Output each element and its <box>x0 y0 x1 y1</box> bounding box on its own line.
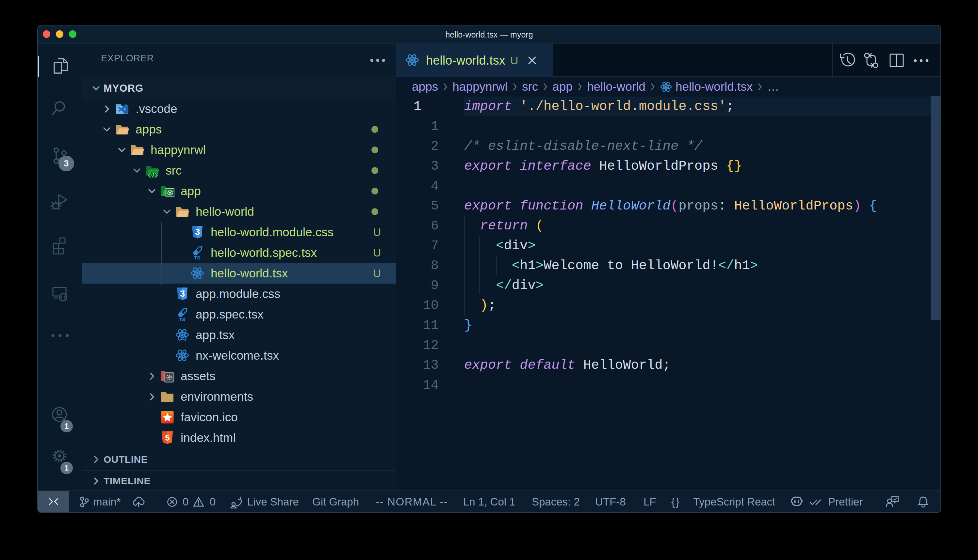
svg-text:5: 5 <box>165 433 169 443</box>
svg-text:TS: TS <box>194 255 200 260</box>
svg-text:TS: TS <box>179 317 185 322</box>
svg-text:3: 3 <box>180 289 185 298</box>
svg-text:3: 3 <box>195 227 200 237</box>
